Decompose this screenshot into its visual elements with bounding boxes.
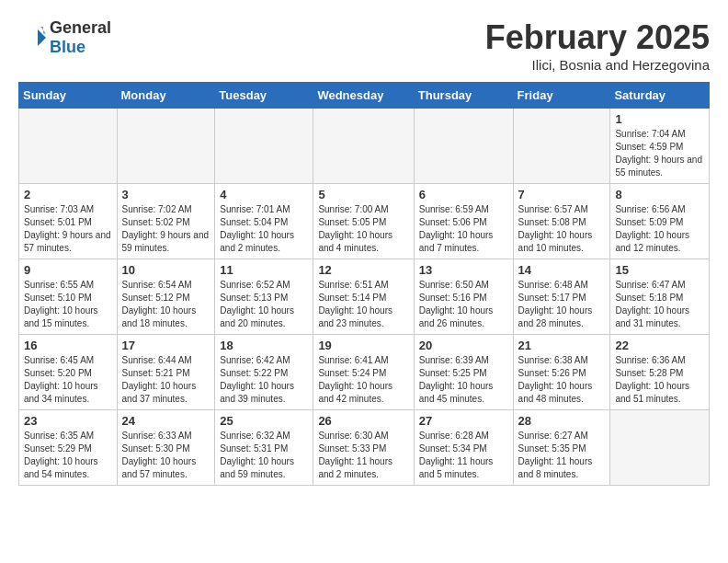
- day-info: Sunrise: 6:47 AM Sunset: 5:18 PM Dayligh…: [615, 279, 704, 330]
- logo-text: General Blue: [50, 18, 111, 57]
- day-info: Sunrise: 6:55 AM Sunset: 5:10 PM Dayligh…: [24, 279, 112, 330]
- day-number: 13: [419, 263, 508, 277]
- calendar-header: SundayMondayTuesdayWednesdayThursdayFrid…: [19, 83, 710, 109]
- calendar-day: 23Sunrise: 6:35 AM Sunset: 5:29 PM Dayli…: [19, 410, 118, 486]
- calendar-week: 16Sunrise: 6:45 AM Sunset: 5:20 PM Dayli…: [19, 335, 710, 410]
- day-info: Sunrise: 6:59 AM Sunset: 5:06 PM Dayligh…: [419, 203, 508, 255]
- calendar-day: [215, 109, 313, 184]
- calendar-day: 5Sunrise: 7:00 AM Sunset: 5:05 PM Daylig…: [313, 184, 414, 259]
- day-number: 24: [122, 414, 210, 428]
- weekday-header: Friday: [513, 83, 610, 109]
- calendar-day: 12Sunrise: 6:51 AM Sunset: 5:14 PM Dayli…: [313, 259, 414, 335]
- weekday-header: Sunday: [19, 83, 118, 109]
- day-number: 17: [122, 339, 210, 352]
- calendar-day: [313, 109, 414, 184]
- calendar-week: 1Sunrise: 7:04 AM Sunset: 4:59 PM Daylig…: [19, 109, 710, 184]
- day-number: 11: [220, 263, 308, 277]
- weekday-row: SundayMondayTuesdayWednesdayThursdayFrid…: [19, 83, 710, 109]
- day-info: Sunrise: 7:02 AM Sunset: 5:02 PM Dayligh…: [122, 203, 210, 255]
- calendar-day: 18Sunrise: 6:42 AM Sunset: 5:22 PM Dayli…: [215, 335, 313, 410]
- day-info: Sunrise: 7:00 AM Sunset: 5:05 PM Dayligh…: [318, 203, 408, 255]
- day-info: Sunrise: 6:33 AM Sunset: 5:30 PM Dayligh…: [122, 430, 210, 481]
- day-info: Sunrise: 6:48 AM Sunset: 5:17 PM Dayligh…: [518, 279, 606, 330]
- calendar-table: SundayMondayTuesdayWednesdayThursdayFrid…: [18, 82, 710, 486]
- day-info: Sunrise: 7:04 AM Sunset: 4:59 PM Dayligh…: [615, 128, 704, 179]
- calendar-day: 17Sunrise: 6:44 AM Sunset: 5:21 PM Dayli…: [117, 335, 215, 410]
- day-number: 9: [24, 263, 112, 277]
- weekday-header: Saturday: [610, 83, 710, 109]
- day-number: 21: [518, 339, 606, 352]
- day-number: 1: [615, 112, 704, 126]
- calendar-day: 11Sunrise: 6:52 AM Sunset: 5:13 PM Dayli…: [215, 259, 313, 335]
- calendar-day: [513, 109, 610, 184]
- day-number: 7: [518, 188, 606, 201]
- logo: General Blue: [18, 18, 111, 57]
- day-number: 28: [518, 414, 606, 428]
- day-number: 8: [615, 188, 704, 201]
- location: Ilici, Bosnia and Herzegovina: [485, 57, 710, 73]
- calendar-day: 1Sunrise: 7:04 AM Sunset: 4:59 PM Daylig…: [610, 109, 710, 184]
- day-info: Sunrise: 6:42 AM Sunset: 5:22 PM Dayligh…: [220, 354, 308, 406]
- calendar-day: [610, 410, 710, 486]
- calendar-day: 13Sunrise: 6:50 AM Sunset: 5:16 PM Dayli…: [414, 259, 513, 335]
- day-number: 22: [615, 339, 704, 352]
- calendar-day: 2Sunrise: 7:03 AM Sunset: 5:01 PM Daylig…: [19, 184, 118, 259]
- day-number: 12: [318, 263, 408, 277]
- calendar-day: 26Sunrise: 6:30 AM Sunset: 5:33 PM Dayli…: [313, 410, 414, 486]
- day-number: 3: [122, 188, 210, 201]
- calendar-day: 6Sunrise: 6:59 AM Sunset: 5:06 PM Daylig…: [414, 184, 513, 259]
- calendar-day: 9Sunrise: 6:55 AM Sunset: 5:10 PM Daylig…: [19, 259, 118, 335]
- day-info: Sunrise: 6:54 AM Sunset: 5:12 PM Dayligh…: [122, 279, 210, 330]
- day-number: 16: [24, 339, 112, 352]
- day-info: Sunrise: 6:32 AM Sunset: 5:31 PM Dayligh…: [220, 430, 308, 481]
- calendar-day: [117, 109, 215, 184]
- day-info: Sunrise: 6:41 AM Sunset: 5:24 PM Dayligh…: [318, 354, 408, 406]
- day-info: Sunrise: 6:36 AM Sunset: 5:28 PM Dayligh…: [615, 354, 704, 406]
- day-number: 6: [419, 188, 508, 201]
- day-number: 4: [220, 188, 308, 201]
- weekday-header: Monday: [117, 83, 215, 109]
- day-info: Sunrise: 6:27 AM Sunset: 5:35 PM Dayligh…: [518, 430, 606, 481]
- day-number: 19: [318, 339, 408, 352]
- calendar-day: 20Sunrise: 6:39 AM Sunset: 5:25 PM Dayli…: [414, 335, 513, 410]
- day-number: 20: [419, 339, 508, 352]
- day-number: 25: [220, 414, 308, 428]
- day-info: Sunrise: 7:03 AM Sunset: 5:01 PM Dayligh…: [24, 203, 112, 255]
- day-number: 14: [518, 263, 606, 277]
- calendar-day: 4Sunrise: 7:01 AM Sunset: 5:04 PM Daylig…: [215, 184, 313, 259]
- calendar-day: 3Sunrise: 7:02 AM Sunset: 5:02 PM Daylig…: [117, 184, 215, 259]
- day-info: Sunrise: 6:28 AM Sunset: 5:34 PM Dayligh…: [419, 430, 508, 481]
- calendar-week: 23Sunrise: 6:35 AM Sunset: 5:29 PM Dayli…: [19, 410, 710, 486]
- day-number: 27: [419, 414, 508, 428]
- calendar-body: 1Sunrise: 7:04 AM Sunset: 4:59 PM Daylig…: [19, 109, 710, 486]
- day-number: 23: [24, 414, 112, 428]
- day-info: Sunrise: 6:30 AM Sunset: 5:33 PM Dayligh…: [318, 430, 408, 481]
- day-info: Sunrise: 6:44 AM Sunset: 5:21 PM Dayligh…: [122, 354, 210, 406]
- svg-marker-0: [38, 29, 46, 46]
- calendar-day: 25Sunrise: 6:32 AM Sunset: 5:31 PM Dayli…: [215, 410, 313, 486]
- month-title: February 2025: [485, 18, 710, 57]
- calendar-day: 22Sunrise: 6:36 AM Sunset: 5:28 PM Dayli…: [610, 335, 710, 410]
- weekday-header: Thursday: [414, 83, 513, 109]
- day-info: Sunrise: 7:01 AM Sunset: 5:04 PM Dayligh…: [220, 203, 308, 255]
- calendar-day: 7Sunrise: 6:57 AM Sunset: 5:08 PM Daylig…: [513, 184, 610, 259]
- day-info: Sunrise: 6:39 AM Sunset: 5:25 PM Dayligh…: [419, 354, 508, 406]
- calendar-week: 9Sunrise: 6:55 AM Sunset: 5:10 PM Daylig…: [19, 259, 710, 335]
- day-info: Sunrise: 6:56 AM Sunset: 5:09 PM Dayligh…: [615, 203, 704, 255]
- calendar-day: [414, 109, 513, 184]
- day-info: Sunrise: 6:38 AM Sunset: 5:26 PM Dayligh…: [518, 354, 606, 406]
- day-info: Sunrise: 6:51 AM Sunset: 5:14 PM Dayligh…: [318, 279, 408, 330]
- day-info: Sunrise: 6:35 AM Sunset: 5:29 PM Dayligh…: [24, 430, 112, 481]
- calendar-day: 27Sunrise: 6:28 AM Sunset: 5:34 PM Dayli…: [414, 410, 513, 486]
- calendar-day: 28Sunrise: 6:27 AM Sunset: 5:35 PM Dayli…: [513, 410, 610, 486]
- calendar-week: 2Sunrise: 7:03 AM Sunset: 5:01 PM Daylig…: [19, 184, 710, 259]
- day-number: 10: [122, 263, 210, 277]
- day-info: Sunrise: 6:45 AM Sunset: 5:20 PM Dayligh…: [24, 354, 112, 406]
- calendar-day: 14Sunrise: 6:48 AM Sunset: 5:17 PM Dayli…: [513, 259, 610, 335]
- page-header: General Blue February 2025 Ilici, Bosnia…: [18, 18, 710, 73]
- day-number: 2: [24, 188, 112, 201]
- calendar-day: 10Sunrise: 6:54 AM Sunset: 5:12 PM Dayli…: [117, 259, 215, 335]
- calendar-day: 24Sunrise: 6:33 AM Sunset: 5:30 PM Dayli…: [117, 410, 215, 486]
- day-number: 15: [615, 263, 704, 277]
- logo-icon: [18, 24, 46, 52]
